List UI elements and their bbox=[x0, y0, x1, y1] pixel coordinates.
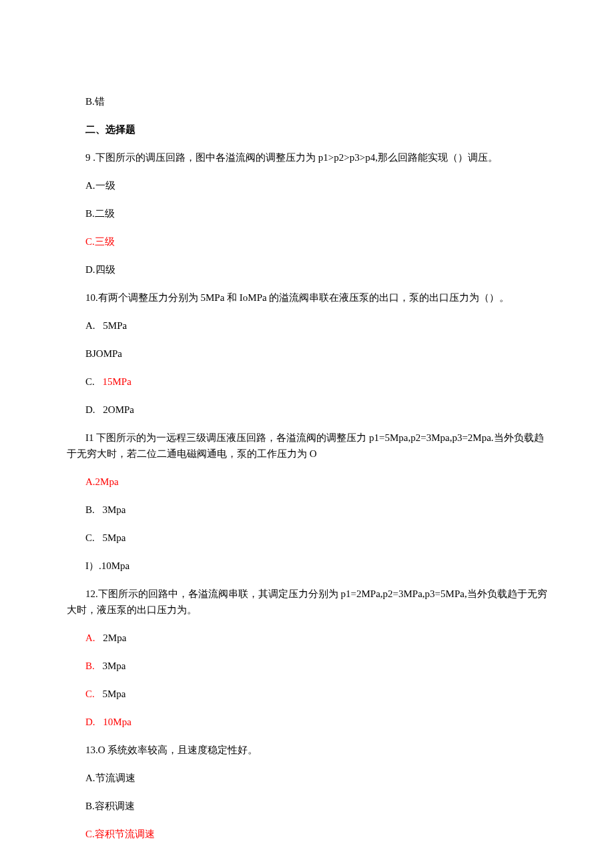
q9-option-c: C.三级 bbox=[67, 234, 547, 250]
q9-text: 9 .下图所示的调压回路，图中各溢流阀的调整压力为 p1>p2>p3>p4,那么… bbox=[67, 149, 547, 165]
q10-option-c-prefix: C. bbox=[85, 376, 95, 387]
q12-option-a-value: 2Mpa bbox=[103, 632, 126, 643]
q10-text: 10.有两个调整压力分别为 5MPa 和 IoMPa 的溢流阀串联在液压泵的出口… bbox=[67, 290, 547, 306]
q9-option-a: A.一级 bbox=[67, 177, 547, 193]
q12-option-b-prefix: B. bbox=[85, 661, 95, 671]
q11-text: I1 下图所示的为一远程三级调压液压回路，各溢流阀的调整压力 p1=5Mpa,p… bbox=[67, 430, 547, 462]
q13-option-a: A.节流调速 bbox=[67, 770, 547, 786]
q12-option-c-prefix: C. bbox=[85, 689, 95, 699]
q12-option-b: B. 3Mpa bbox=[67, 658, 547, 674]
q12-option-b-value: 3Mpa bbox=[103, 661, 126, 671]
q8-option-b: B.错 bbox=[67, 93, 547, 109]
q12-option-d-prefix: D. bbox=[85, 717, 95, 727]
q11-option-c: C. 5Mpa bbox=[67, 530, 547, 546]
q12-option-d-value: 10Mpa bbox=[103, 717, 131, 727]
q10-option-a: A. 5MPa bbox=[67, 318, 547, 334]
q11-option-d: I）.10Mpa bbox=[67, 558, 547, 574]
q13-option-c: C.容积节流调速 bbox=[67, 826, 547, 842]
q11-option-b-value: 3Mpa bbox=[103, 504, 126, 515]
q10-option-a-prefix: A. bbox=[85, 320, 95, 331]
q10-option-c-value: 15MPa bbox=[103, 376, 131, 387]
q10-option-d: D. 2OMPa bbox=[67, 402, 547, 418]
q12-option-a-prefix: A. bbox=[85, 632, 95, 643]
q12-option-c-value: 5Mpa bbox=[103, 689, 126, 699]
q11-option-b: B. 3Mpa bbox=[67, 502, 547, 518]
q10-option-a-value: 5MPa bbox=[103, 320, 127, 331]
q10-option-c: C. 15MPa bbox=[67, 374, 547, 390]
q13-text: 13.O 系统效率较高，且速度稳定性好。 bbox=[67, 742, 547, 758]
q10-option-d-prefix: D. bbox=[85, 404, 95, 415]
q10-option-b: BJOMPa bbox=[67, 346, 547, 362]
q11-option-c-prefix: C. bbox=[85, 532, 95, 543]
q13-option-b: B.容积调速 bbox=[67, 798, 547, 814]
q10-option-d-value: 2OMPa bbox=[103, 404, 134, 415]
q11-option-b-prefix: B. bbox=[85, 504, 95, 515]
q9-option-b: B.二级 bbox=[67, 205, 547, 222]
q12-option-d: D. 10Mpa bbox=[67, 714, 547, 730]
q11-option-c-value: 5Mpa bbox=[103, 532, 126, 543]
section-2-title: 二、选择题 bbox=[67, 121, 547, 137]
q12-option-a: A. 2Mpa bbox=[67, 630, 547, 646]
q9-option-d: D.四级 bbox=[67, 262, 547, 278]
q12-option-c: C. 5Mpa bbox=[67, 686, 547, 702]
q11-option-a: A.2Mpa bbox=[67, 474, 547, 490]
q12-text: 12.下图所示的回路中，各溢流阀串联，其调定压力分别为 p1=2MPa,p2=3… bbox=[67, 586, 547, 618]
